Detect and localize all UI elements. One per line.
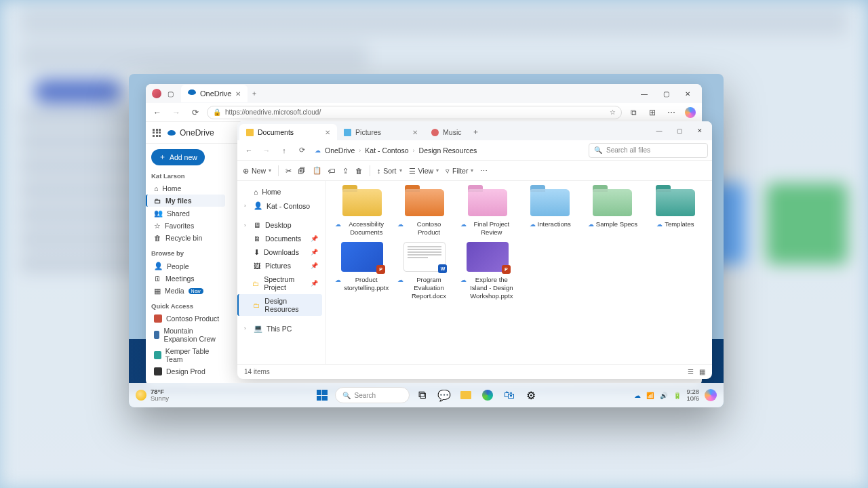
pin-icon[interactable]: 📌 [311,249,318,256]
folder-templates[interactable]: ☁Templates [648,189,703,237]
close-icon[interactable]: ✕ [677,87,698,100]
share-icon[interactable]: ⇪ [342,167,349,175]
pin-icon[interactable]: 📌 [311,262,318,269]
view-button[interactable]: ☰View▾ [409,167,439,175]
new-button[interactable]: ⊕New▾ [243,167,271,175]
sidebar-item-home[interactable]: ⌂Home [151,182,225,195]
explorer-search-input[interactable]: 🔍 Search all files [589,143,708,158]
extensions-icon[interactable]: ⧉ [626,105,641,120]
paste-icon[interactable]: 📋 [313,166,321,175]
start-button[interactable] [313,386,331,404]
nav-home[interactable]: ⌂Home [240,185,322,199]
forward-icon[interactable]: → [169,105,184,120]
taskbar-app-chat[interactable]: 💬 [435,386,453,404]
nav-this-pc[interactable]: ›💻This PC [240,321,322,336]
delete-icon[interactable]: 🗑 [355,167,363,175]
expand-icon[interactable]: › [244,325,250,331]
quick-access-mountain[interactable]: Mountain Expansion Crew [151,325,225,345]
new-tab-icon[interactable]: ＋ [250,89,259,98]
profile-icon[interactable] [152,89,161,98]
nav-design-resources[interactable]: 🗀Design Resources [237,294,322,316]
explorer-tab-pictures[interactable]: Pictures✕ [337,124,425,140]
taskbar-app-edge[interactable] [479,386,496,404]
sidebar-item-meetings[interactable]: 🗓Meetings [151,272,225,285]
close-tab-icon[interactable]: ✕ [235,90,241,98]
taskbar-app-settings[interactable]: ⚙ [522,386,540,404]
taskbar-search[interactable]: 🔍Search [335,387,410,403]
tray-clock[interactable]: 9:28 10/6 [687,388,700,403]
folder-final-project[interactable]: ☁Final Project Review [460,189,515,237]
folder-sample-specs[interactable]: ☁Sample Specs [585,189,639,237]
nav-desktop[interactable]: ›🖥Desktop [240,218,322,232]
folder-interactions[interactable]: ☁Interactions [523,189,577,237]
maximize-icon[interactable]: ▢ [656,87,676,100]
file-product-storytelling[interactable]: P ☁Product storytelling.pptx [335,242,389,300]
copilot-icon[interactable] [683,105,698,120]
collections-icon[interactable]: ⊞ [645,105,660,120]
up-icon[interactable]: ↑ [277,143,292,158]
nav-kat-contoso[interactable]: ›👤Kat - Contoso [240,199,322,213]
tray-copilot-icon[interactable] [705,389,717,401]
expand-icon[interactable]: › [244,203,250,209]
grid-view-icon[interactable]: ▦ [699,368,705,375]
pin-icon[interactable]: 📌 [311,235,318,242]
close-tab-icon[interactable]: ✕ [412,129,418,136]
sidebar-item-people[interactable]: 👤People [151,260,225,272]
favorite-star-icon[interactable]: ☆ [610,108,616,116]
tray-wifi-icon[interactable]: 📶 [646,392,654,399]
add-new-button[interactable]: ＋ Add new [151,149,205,165]
sidebar-item-my-files[interactable]: 🗀My files [146,195,225,207]
sidebar-item-media[interactable]: ▦MediaNew [151,285,225,297]
task-view-icon[interactable]: ⧉ [414,386,431,404]
folder-accessibility[interactable]: ☁Accessibility Documents [335,189,389,237]
onedrive-brand[interactable]: OneDrive [167,128,214,138]
breadcrumb[interactable]: ☁ OneDrive› Kat - Contoso› Design Resour… [312,146,586,155]
app-launcher-icon[interactable] [153,129,162,137]
sidebar-item-favorites[interactable]: ☆Favorites [151,220,225,232]
taskbar-app-store[interactable]: 🛍 [500,386,518,404]
sidebar-item-shared[interactable]: 👥Shared [151,207,225,220]
refresh-icon[interactable]: ⟳ [294,143,309,158]
expand-icon[interactable]: › [244,222,250,228]
nav-pictures[interactable]: 🖼Pictures📌 [240,259,322,272]
more-icon[interactable]: ⋯ [480,167,488,175]
workspaces-icon[interactable]: ▢ [165,89,175,98]
sort-button[interactable]: ↕Sort▾ [377,167,402,175]
back-icon[interactable]: ← [150,105,165,120]
filter-button[interactable]: ▿Filter▾ [446,167,473,175]
tray-volume-icon[interactable]: 🔊 [660,392,668,399]
browser-tab-onedrive[interactable]: OneDrive ✕ [181,85,248,102]
nav-downloads[interactable]: ⬇Downloads📌 [240,245,322,259]
explorer-tab-documents[interactable]: Documents✕ [239,124,337,140]
file-program-evaluation[interactable]: W ☁Program Evaluation Report.docx [397,242,452,300]
quick-access-kemper[interactable]: Kemper Table Team [151,345,225,365]
pin-icon[interactable]: 📌 [311,280,318,287]
explorer-tab-music[interactable]: Music [425,124,468,140]
crumb-org[interactable]: Kat - Contoso [365,146,408,155]
maximize-icon[interactable]: ▢ [669,123,690,139]
crumb-root[interactable]: OneDrive [325,146,355,155]
forward-icon[interactable]: → [259,143,274,158]
menu-icon[interactable]: ⋯ [664,105,679,120]
back-icon[interactable]: ← [241,143,256,158]
close-tab-icon[interactable]: ✕ [325,129,330,136]
address-bar[interactable]: 🔒 https://onedrive.microsoft.cloud/ ☆ [207,106,622,119]
sidebar-item-recycle[interactable]: 🗑Recycle bin [151,232,225,244]
new-explorer-tab-icon[interactable]: ＋ [468,124,484,140]
copy-icon[interactable]: 🗐 [298,167,306,175]
quick-access-design[interactable]: Design Prod [151,365,225,378]
weather-widget[interactable]: 78°FSunny [136,388,169,403]
tray-battery-icon[interactable]: 🔋 [673,392,682,399]
refresh-icon[interactable]: ⟳ [188,105,203,120]
minimize-icon[interactable]: — [634,87,654,100]
quick-access-contoso[interactable]: Contoso Product [151,312,225,325]
rename-icon[interactable]: 🏷 [328,167,336,175]
nav-spectrum[interactable]: 🗀Spectrum Project📌 [240,272,322,294]
file-explore-island[interactable]: P ☁Explore the Island - Design Workshop.… [460,242,515,300]
tray-onedrive-icon[interactable]: ☁ [634,392,641,399]
folder-contoso-product[interactable]: ☁Contoso Product [397,189,452,237]
cut-icon[interactable]: ✂ [285,167,292,175]
close-icon[interactable]: ✕ [690,123,710,139]
minimize-icon[interactable]: — [649,123,669,139]
list-view-icon[interactable]: ☰ [688,368,694,375]
